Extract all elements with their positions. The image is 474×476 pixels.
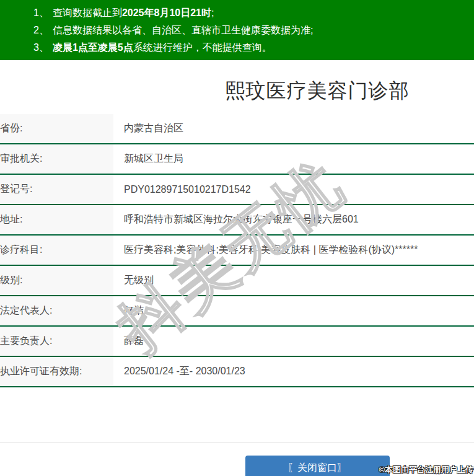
row-value: 2025/01/24 -至- 2030/01/23 xyxy=(113,357,245,386)
table-row: 省份: 内蒙古自治区 xyxy=(0,114,474,144)
notice-text-bold: 2025年8月10日21时 xyxy=(122,7,211,18)
row-value: 呼和浩特市新城区海拉尔大街东方银座一号楼六层601 xyxy=(113,205,359,234)
table-row: 诊疗科目: 医疗美容科;美容外科;美容牙科;美容皮肤科 | 医学检验科(协议)*… xyxy=(0,236,474,266)
notice-text-bold: 凌晨1点至凌晨5点 xyxy=(53,42,133,53)
row-value: 无级别 xyxy=(113,266,154,295)
notice-text: 信息数据结果以各省、自治区、直辖市卫生健康委数据为准; xyxy=(53,25,313,35)
row-label: 执业许可证有效期: xyxy=(0,357,113,386)
page-title: 熙玟医疗美容门诊部 xyxy=(0,79,474,102)
table-row: 审批机关: 新城区卫生局 xyxy=(0,144,474,175)
notice-number: 1、 xyxy=(33,7,49,18)
table-row: 法定代表人: 何洁 xyxy=(0,296,474,327)
notice-number: 3、 xyxy=(33,42,49,53)
notice-text: 系统进行维护，不能提供查询。 xyxy=(133,42,272,53)
table-row: 执业许可证有效期: 2025/01/24 -至- 2030/01/23 xyxy=(0,357,474,387)
row-label: 主要负责人: xyxy=(0,327,113,356)
row-label: 级别: xyxy=(0,266,113,295)
notice-text: ; xyxy=(211,7,214,18)
table-row: 主要负责人: 薛磊 xyxy=(0,327,474,357)
close-window-button[interactable]: 〖关闭窗口〗 xyxy=(245,456,390,476)
row-label: 省份: xyxy=(0,114,113,143)
table-row: 登记号: PDY01289715010217D1542 xyxy=(0,175,474,205)
notice-item: 1、查询数据截止到2025年8月10日21时; xyxy=(33,4,474,22)
row-label: 地址: xyxy=(0,205,113,234)
row-value: 内蒙古自治区 xyxy=(113,114,183,143)
footer-divider xyxy=(0,442,474,443)
notice-number: 2、 xyxy=(33,25,49,35)
table-row: 级别: 无级别 xyxy=(0,266,474,296)
spacer xyxy=(0,387,474,442)
notice-banner: 1、查询数据截止到2025年8月10日21时; 2、信息数据结果以各省、自治区、… xyxy=(0,0,474,60)
row-label: 法定代表人: xyxy=(0,296,113,325)
notice-item: 3、凌晨1点至凌晨5点系统进行维护，不能提供查询。 xyxy=(33,39,474,56)
row-value: 薛磊 xyxy=(113,327,144,356)
notice-item: 2、信息数据结果以各省、自治区、直辖市卫生健康委数据为准; xyxy=(33,22,474,39)
row-value: 医疗美容科;美容外科;美容牙科;美容皮肤科 | 医学检验科(协议)****** xyxy=(113,236,418,265)
details-table: 省份: 内蒙古自治区 审批机关: 新城区卫生局 登记号: PDY01289715… xyxy=(0,114,474,387)
row-label: 登记号: xyxy=(0,175,113,204)
notice-text: 查询数据截止到 xyxy=(53,7,122,18)
row-value: 何洁 xyxy=(113,296,144,325)
row-value: PDY01289715010217D1542 xyxy=(113,175,251,204)
row-label: 诊疗科目: xyxy=(0,236,113,265)
row-label: 审批机关: xyxy=(0,144,113,174)
row-value: 新城区卫生局 xyxy=(113,144,183,174)
query-result-page: 1、查询数据截止到2025年8月10日21时; 2、信息数据结果以各省、自治区、… xyxy=(0,0,474,476)
table-row: 地址: 呼和浩特市新城区海拉尔大街东方银座一号楼六层601 xyxy=(0,205,474,236)
